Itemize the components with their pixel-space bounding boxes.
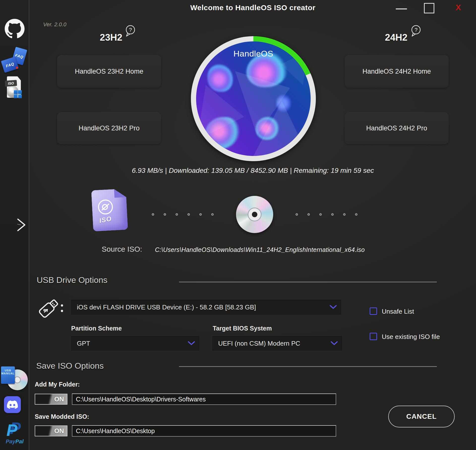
partition-scheme-label: Partition Scheme bbox=[71, 325, 122, 332]
discord-icon[interactable] bbox=[4, 396, 21, 413]
windows-logo-icon bbox=[14, 90, 22, 98]
usb-section-divider bbox=[179, 282, 437, 282]
os-artwork: HandleOS bbox=[196, 41, 311, 156]
github-icon[interactable] bbox=[5, 19, 25, 39]
source-iso-label: Source ISO: bbox=[102, 245, 142, 253]
use-existing-iso-checkbox[interactable] bbox=[370, 333, 377, 340]
progress-ring: HandleOS bbox=[191, 36, 316, 161]
transfer-dots-left bbox=[152, 213, 214, 216]
unsafe-list-label: Unsafe List bbox=[382, 308, 414, 315]
handleos-23h2-pro-button[interactable]: HandleOS 23H2 Pro bbox=[57, 112, 161, 144]
handleos-24h2-pro-button[interactable]: HandleOS 24H2 Pro bbox=[345, 112, 449, 144]
close-icon[interactable]: X bbox=[456, 3, 461, 12]
page-title: Welcome to HandleOS ISO creator bbox=[30, 3, 476, 12]
chevron-down-icon bbox=[188, 340, 195, 347]
target-bios-select[interactable]: UEFI (non CSM) Modern PC bbox=[212, 336, 343, 351]
partition-scheme-select[interactable]: GPT bbox=[71, 336, 200, 351]
paypal-p-front: P bbox=[6, 422, 17, 438]
usb-flash-icon bbox=[36, 296, 66, 321]
add-my-folder-path-input[interactable] bbox=[72, 393, 336, 405]
save-modded-iso-toggle[interactable]: ON bbox=[35, 425, 67, 436]
paypal-wordmark: PayPal bbox=[1, 438, 28, 445]
usb-drive-value: iOS devi FLASH DRIVE USB Device (E:) - 5… bbox=[77, 303, 256, 311]
usb-drive-select[interactable]: iOS devi FLASH DRIVE USB Device (E:) - 5… bbox=[71, 299, 342, 315]
save-modded-iso-label: Save Modded ISO: bbox=[35, 413, 89, 420]
chevron-down-icon bbox=[329, 303, 337, 311]
expand-arrow-icon[interactable] bbox=[15, 217, 27, 233]
faq-dot bbox=[16, 67, 18, 69]
partition-scheme-value: GPT bbox=[77, 340, 90, 347]
transfer-dots-right bbox=[296, 213, 357, 216]
version-label: Ver. 2.0.0 bbox=[43, 21, 66, 28]
target-bios-value: UEFI (non CSM) Modern PC bbox=[218, 340, 300, 347]
paypal-icon[interactable]: P P bbox=[6, 420, 26, 440]
use-existing-iso-label: Use existing ISO file bbox=[382, 333, 440, 341]
minimize-icon[interactable] bbox=[396, 8, 407, 9]
usb-manual-icon[interactable]: USB MANUAL bbox=[1, 366, 28, 393]
svg-text:?: ? bbox=[415, 27, 417, 33]
maximize-icon[interactable] bbox=[424, 3, 434, 13]
cd-disc-icon bbox=[236, 196, 273, 233]
iso-band-label: ISO bbox=[5, 80, 17, 87]
unsafe-list-checkbox[interactable] bbox=[370, 307, 377, 315]
svg-text:?: ? bbox=[129, 27, 132, 33]
download-status: 6.93 MB/s | Downloaded: 139.05 MB / 8452… bbox=[104, 167, 402, 175]
handleos-24h2-home-button[interactable]: HandleOS 24H2 Home bbox=[345, 55, 449, 88]
os-name-label: HandleOS bbox=[196, 49, 311, 59]
manual-book: USB MANUAL bbox=[1, 366, 15, 384]
iso-file-icon[interactable]: ISO bbox=[5, 76, 22, 101]
add-my-folder-toggle[interactable]: ON bbox=[35, 394, 67, 405]
save-section-divider bbox=[179, 366, 437, 367]
handleos-23h2-home-button[interactable]: HandleOS 23H2 Home bbox=[57, 55, 161, 88]
usb-options-heading: USB Drive Options bbox=[37, 275, 107, 285]
question-bubble-icon[interactable]: ? bbox=[124, 24, 136, 38]
source-iso-path: C:\Users\HandleOS\Downloads\Win11_24H2_E… bbox=[155, 246, 365, 253]
add-my-folder-label: Add My Folder: bbox=[35, 381, 80, 388]
iso-source-icon: ISO bbox=[91, 188, 128, 231]
save-modded-iso-path-input[interactable] bbox=[72, 425, 336, 437]
save-options-heading: Save ISO Options bbox=[36, 361, 104, 371]
chevron-down-icon bbox=[330, 340, 338, 347]
cancel-button[interactable]: CANCEL bbox=[388, 406, 455, 427]
question-bubble-icon[interactable]: ? bbox=[410, 24, 422, 38]
target-bios-label: Target BIOS System bbox=[213, 325, 272, 332]
faq-icon[interactable]: FAQ FAQ bbox=[2, 48, 26, 73]
handleos-iso-creator-window: FAQ FAQ ISO USB MANUAL P P PayPal Welcom… bbox=[0, 0, 476, 450]
sidebar: FAQ FAQ ISO USB MANUAL P P PayPal bbox=[0, 0, 29, 450]
